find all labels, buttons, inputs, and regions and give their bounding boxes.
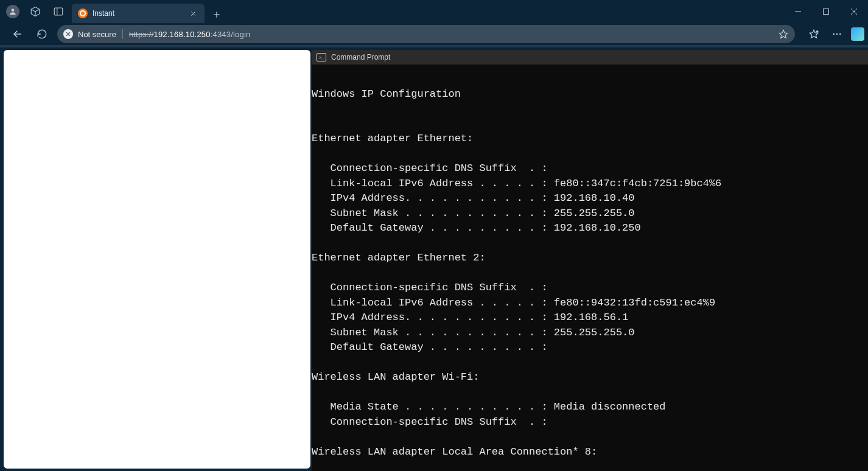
content-viewport: >_ Command Prompt Windows IP Configurati… [0,47,868,471]
tab-actions-button[interactable] [51,4,66,19]
titlebar-left-cluster [0,0,66,23]
ellipsis-icon [831,29,842,40]
minimize-icon [794,8,802,15]
favorite-button[interactable] [778,29,789,40]
terminal-icon: >_ [317,53,326,61]
not-secure-label: Not secure [78,30,116,39]
command-prompt-titlebar[interactable]: >_ Command Prompt [312,50,868,65]
command-prompt-title: Command Prompt [331,53,390,61]
favorites-button[interactable] [805,25,823,43]
arrow-left-icon [12,29,23,40]
svg-point-0 [12,9,15,12]
browser-toolbar: Not secure https://192.168.10.250:4343/l… [0,23,868,45]
address-bar[interactable]: Not secure https://192.168.10.250:4343/l… [57,25,795,43]
window-controls [784,0,868,23]
tab-title: Instant [93,9,183,18]
svg-rect-8 [824,9,829,15]
new-tab-button[interactable] [208,6,225,23]
svg-rect-1 [54,8,63,15]
svg-marker-14 [779,30,787,38]
close-icon [850,8,858,15]
refresh-button[interactable] [33,25,51,43]
star-icon [779,29,788,39]
workspaces-button[interactable] [28,4,43,19]
url-text: https://192.168.10.250:4343/login [129,30,251,39]
svg-point-20 [839,33,841,35]
not-secure-badge [63,29,73,39]
refresh-icon [37,29,47,40]
tab-close-button[interactable] [187,8,198,19]
cube-icon [30,6,41,17]
maximize-icon [822,8,830,15]
browser-page-content[interactable] [4,50,310,469]
url-host: 192.168.10.250 [154,30,211,39]
tab-strip: Instant [72,0,225,23]
plus-icon [212,10,221,19]
svg-point-18 [833,33,835,35]
copilot-button[interactable] [851,27,864,41]
profile-avatar[interactable] [6,5,19,18]
omnibox-divider [122,29,123,39]
settings-menu-button[interactable] [828,25,846,43]
browser-tab[interactable]: Instant [72,4,205,23]
person-icon [9,7,17,16]
toolbar-right-cluster [801,25,864,43]
window-minimize-button[interactable] [784,0,812,23]
window-close-button[interactable] [840,0,868,23]
x-icon [65,31,71,37]
back-button[interactable] [9,25,27,43]
site-info-button[interactable]: Not secure [63,29,116,39]
url-scheme: https:// [129,30,154,39]
svg-point-19 [836,33,838,35]
tab-favicon [78,9,88,18]
star-plus-icon [808,29,819,40]
panel-icon [53,6,64,17]
command-prompt-output[interactable]: Windows IP Configuration Ethernet adapte… [312,65,868,471]
command-prompt-window[interactable]: >_ Command Prompt Windows IP Configurati… [312,50,868,471]
close-icon [190,10,197,17]
browser-titlebar: Instant [0,0,868,23]
url-path: :4343/login [211,30,251,39]
window-maximize-button[interactable] [812,0,840,23]
